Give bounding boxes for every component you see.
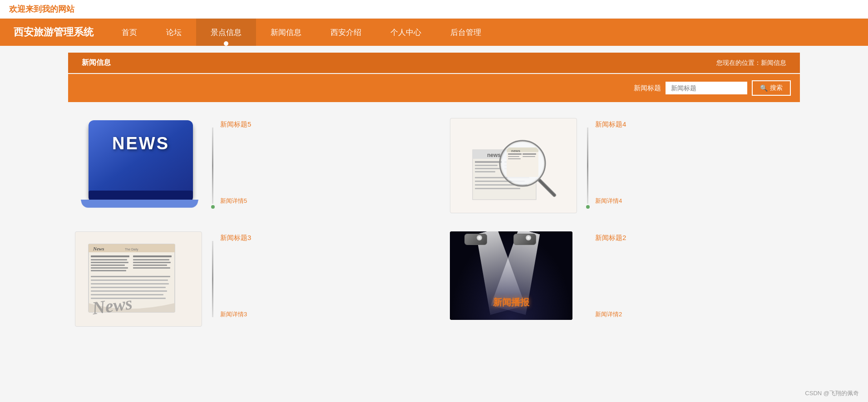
svg-rect-2 bbox=[475, 161, 502, 163]
svg-rect-22 bbox=[508, 153, 522, 155]
page-title: 新闻信息 bbox=[82, 58, 111, 68]
svg-rect-5 bbox=[475, 171, 495, 172]
svg-rect-24 bbox=[508, 158, 521, 159]
nav-item-admin[interactable]: 后台管理 bbox=[436, 19, 496, 46]
svg-rect-36 bbox=[91, 267, 128, 269]
nav-item-intro[interactable]: 西安介绍 bbox=[316, 19, 376, 46]
nav-brand: 西安旅游管理系统 bbox=[0, 25, 107, 39]
svg-rect-3 bbox=[475, 165, 498, 166]
svg-rect-26 bbox=[523, 156, 535, 157]
news-item-4: news bbox=[443, 111, 800, 220]
welcome-link[interactable]: 欢迎来到我的网站 bbox=[9, 5, 74, 14]
svg-rect-38 bbox=[133, 255, 172, 257]
svg-rect-46 bbox=[91, 287, 166, 288]
news-detail-4[interactable]: 新闻详情4 bbox=[595, 197, 793, 205]
news-title-3[interactable]: 新闻标题3 bbox=[220, 234, 418, 242]
news-title-4[interactable]: 新闻标题4 bbox=[595, 120, 793, 129]
svg-rect-35 bbox=[91, 265, 125, 266]
svg-rect-33 bbox=[91, 259, 127, 260]
search-label: 新闻标题 bbox=[634, 84, 661, 93]
search-button[interactable]: 🔍 搜索 bbox=[752, 80, 791, 96]
svg-rect-39 bbox=[133, 259, 169, 260]
main-nav: 西安旅游管理系统 首页 论坛 景点信息 新闻信息 西安介绍 个人中心 后台管理 bbox=[0, 19, 868, 46]
svg-rect-43 bbox=[91, 276, 170, 277]
svg-rect-12 bbox=[475, 188, 520, 189]
nav-item-news[interactable]: 新闻信息 bbox=[256, 19, 316, 46]
top-bar: 欢迎来到我的网站 bbox=[0, 0, 868, 19]
news-grid: NEWS 新闻标题5 新闻详情5 bbox=[68, 111, 800, 333]
news-paper-image: News The Daily bbox=[79, 235, 197, 324]
news-detail-3[interactable]: 新闻详情3 bbox=[220, 310, 418, 319]
svg-rect-41 bbox=[133, 265, 167, 266]
svg-rect-25 bbox=[523, 153, 536, 155]
news-detail-2[interactable]: 新闻详情2 bbox=[595, 310, 793, 319]
svg-rect-47 bbox=[91, 290, 167, 292]
location-text: 您现在的位置：新闻信息 bbox=[716, 59, 786, 67]
svg-rect-45 bbox=[91, 283, 169, 284]
nav-item-forum[interactable]: 论坛 bbox=[152, 19, 196, 46]
news-magnifier-image: news bbox=[459, 123, 568, 209]
svg-rect-42 bbox=[133, 267, 170, 269]
svg-rect-23 bbox=[508, 156, 519, 157]
search-icon: 🔍 bbox=[760, 84, 768, 92]
news-title-5[interactable]: 新闻标题5 bbox=[220, 120, 418, 129]
svg-text:The Daily: The Daily bbox=[125, 248, 138, 251]
svg-line-17 bbox=[540, 181, 554, 195]
svg-rect-34 bbox=[91, 262, 128, 263]
svg-rect-32 bbox=[91, 255, 129, 257]
news-item-2: 新闻播报 新闻标题2 新闻详情2 bbox=[443, 225, 800, 333]
breadcrumb-bar: 新闻信息 您现在的位置：新闻信息 bbox=[68, 53, 800, 73]
svg-rect-37 bbox=[91, 270, 126, 271]
svg-rect-4 bbox=[475, 168, 500, 169]
news-title-2[interactable]: 新闻标题2 bbox=[595, 234, 793, 242]
watermark: CSDN @飞翔的佩奇 bbox=[805, 389, 859, 397]
nav-item-attractions[interactable]: 景点信息 bbox=[196, 19, 256, 46]
nav-item-home[interactable]: 首页 bbox=[107, 19, 152, 46]
nav-item-profile[interactable]: 个人中心 bbox=[376, 19, 436, 46]
svg-rect-44 bbox=[91, 279, 168, 281]
nav-items: 首页 论坛 景点信息 新闻信息 西安介绍 个人中心 后台管理 bbox=[107, 19, 868, 46]
svg-text:news: news bbox=[487, 152, 501, 158]
search-input[interactable] bbox=[666, 82, 747, 94]
svg-text:news: news bbox=[511, 149, 521, 153]
news-item-3: News The Daily bbox=[68, 225, 425, 333]
svg-rect-40 bbox=[133, 262, 171, 263]
svg-text:News: News bbox=[93, 246, 104, 251]
search-bar: 新闻标题 🔍 搜索 bbox=[68, 74, 800, 102]
news-detail-5[interactable]: 新闻详情5 bbox=[220, 197, 418, 205]
news-item-5: NEWS 新闻标题5 新闻详情5 bbox=[68, 111, 425, 220]
